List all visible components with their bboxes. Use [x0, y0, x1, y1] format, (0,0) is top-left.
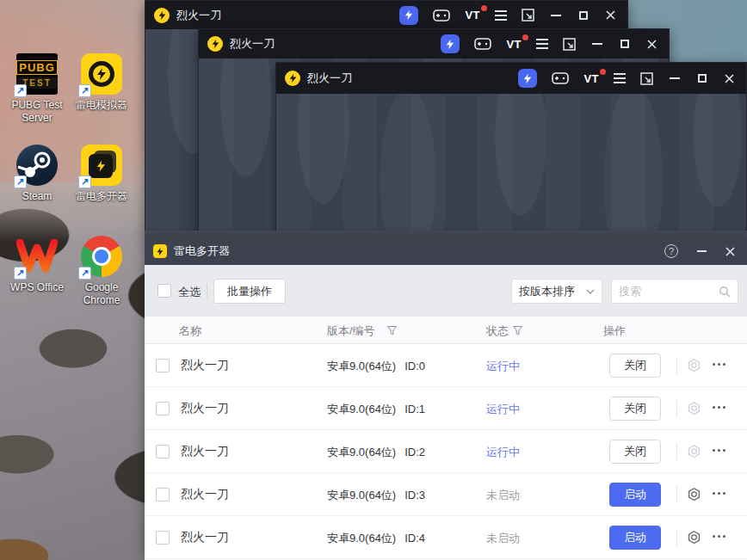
- row-checkbox[interactable]: [156, 488, 170, 502]
- desktop-icon-ldplayer[interactable]: ↗ 雷电模拟器: [69, 53, 134, 112]
- maximize-button[interactable]: [579, 11, 588, 20]
- desktop-icon-pubg-test-server[interactable]: PUBG TEST ↗ PUBG Test Server: [4, 53, 70, 125]
- instance-name: 烈火一刀: [181, 358, 229, 373]
- emulator-screen[interactable]: [276, 94, 746, 237]
- desktop-icon-google-chrome[interactable]: ↗ Google Chrome: [69, 236, 134, 307]
- minimize-button[interactable]: [592, 43, 602, 45]
- vt-badge[interactable]: VT: [583, 72, 599, 85]
- shortcut-arrow-icon: ↗: [14, 84, 27, 97]
- notification-dot: [481, 5, 487, 11]
- instance-row[interactable]: 烈火一刀 安卓9.0(64位)ID:0 运行中 关闭: [145, 344, 747, 387]
- row-checkbox[interactable]: [156, 359, 170, 372]
- more-icon[interactable]: [713, 363, 725, 366]
- more-icon[interactable]: [713, 449, 725, 452]
- vt-label: VT: [583, 72, 599, 85]
- ldplayer-logo-icon: [154, 8, 170, 23]
- boost-icon[interactable]: [518, 69, 537, 88]
- row-divider: [676, 357, 677, 374]
- instance-version: 安卓9.0(64位): [327, 403, 396, 415]
- search-input[interactable]: 搜索: [611, 279, 738, 304]
- instance-row[interactable]: 烈火一刀 安卓9.0(64位)ID:2 运行中 关闭: [145, 430, 747, 473]
- batch-operations-button[interactable]: 批量操作: [213, 279, 286, 304]
- row-checkbox[interactable]: [156, 445, 170, 458]
- row-checkbox[interactable]: [156, 402, 170, 415]
- sort-dropdown[interactable]: 按版本排序: [511, 279, 602, 304]
- notification-dot: [522, 34, 528, 40]
- table-header: 名称 版本/编号 状态 操作: [145, 317, 747, 344]
- gamepad-icon[interactable]: [474, 38, 491, 50]
- status-badge: 未启动: [486, 488, 520, 503]
- icon-label: Google Chrome: [69, 281, 134, 307]
- emulator-3-titlebar[interactable]: 烈火一刀 VT: [276, 63, 746, 94]
- filter-icon[interactable]: [513, 326, 522, 335]
- stop-button[interactable]: 关闭: [609, 440, 661, 464]
- vt-badge[interactable]: VT: [465, 9, 480, 22]
- instance-row[interactable]: 烈火一刀 安卓9.0(64位)ID:4 未启动 启动: [145, 516, 747, 559]
- menu-icon[interactable]: [536, 39, 548, 49]
- row-divider: [676, 443, 677, 460]
- boost-icon[interactable]: [441, 34, 460, 53]
- start-button[interactable]: 启动: [609, 483, 661, 507]
- close-button[interactable]: [647, 40, 657, 49]
- settings-gear-icon[interactable]: [687, 487, 701, 506]
- more-icon[interactable]: [713, 406, 725, 409]
- menu-icon[interactable]: [495, 10, 507, 21]
- row-checkbox[interactable]: [156, 531, 170, 545]
- shrink-window-icon[interactable]: [563, 38, 576, 51]
- emulator-bottom-strip: [145, 231, 747, 237]
- close-button[interactable]: [606, 10, 615, 20]
- vt-label: VT: [465, 9, 480, 22]
- maximize-button[interactable]: [620, 40, 629, 48]
- gamepad-icon[interactable]: [552, 72, 569, 84]
- maximize-button[interactable]: [698, 74, 707, 83]
- emulator-1-titlebar[interactable]: 烈火一刀 VT: [145, 1, 627, 29]
- settings-gear-icon[interactable]: [687, 358, 701, 377]
- manager-titlebar[interactable]: 雷电多开器 ?: [145, 237, 747, 265]
- stop-button[interactable]: 关闭: [609, 397, 661, 421]
- instance-row[interactable]: 烈火一刀 安卓9.0(64位)ID:1 运行中 关闭: [145, 387, 747, 430]
- shrink-window-icon[interactable]: [522, 9, 534, 22]
- stop-button[interactable]: 关闭: [609, 354, 661, 378]
- filter-icon[interactable]: [387, 326, 397, 335]
- boost-icon[interactable]: [399, 6, 418, 25]
- status-badge: 运行中: [486, 359, 520, 374]
- start-button[interactable]: 启动: [609, 526, 661, 550]
- help-icon[interactable]: ?: [664, 244, 678, 258]
- select-all-checkbox[interactable]: [157, 284, 171, 298]
- emulator-2-titlebar[interactable]: 烈火一刀 VT: [199, 29, 669, 58]
- settings-gear-icon[interactable]: [687, 530, 701, 549]
- more-icon[interactable]: [713, 492, 725, 495]
- instance-id: ID:0: [404, 360, 425, 372]
- more-icon[interactable]: [713, 535, 725, 538]
- header-actions: 操作: [603, 323, 626, 339]
- shortcut-arrow-icon: ↗: [14, 267, 27, 280]
- close-button[interactable]: [725, 247, 735, 256]
- minimize-button[interactable]: [551, 15, 561, 16]
- minimize-button[interactable]: [697, 250, 707, 252]
- desktop-icon-ld-multi[interactable]: ↗ 雷电多开器: [69, 145, 134, 203]
- desktop-icon-steam[interactable]: ↗ Steam: [4, 145, 70, 203]
- instance-version: 安卓9.0(64位): [327, 532, 396, 545]
- minimize-button[interactable]: [670, 77, 680, 79]
- shortcut-arrow-icon: ↗: [14, 175, 27, 188]
- menu-icon[interactable]: [614, 73, 626, 83]
- shortcut-arrow-icon: ↗: [78, 267, 91, 280]
- close-button[interactable]: [725, 74, 734, 83]
- ldplayer-logo-icon: [207, 36, 223, 52]
- shrink-window-icon[interactable]: [640, 72, 653, 85]
- vt-badge[interactable]: VT: [506, 38, 522, 51]
- instance-row[interactable]: 烈火一刀 安卓9.0(64位)ID:3 未启动 启动: [145, 473, 747, 516]
- instance-id: ID:4: [404, 532, 425, 545]
- settings-gear-icon[interactable]: [687, 444, 701, 463]
- instance-name: 烈火一刀: [181, 444, 229, 459]
- gamepad-icon[interactable]: [433, 9, 450, 22]
- shortcut-arrow-icon: ↗: [78, 175, 91, 188]
- status-badge: 运行中: [486, 402, 520, 417]
- instance-version: 安卓9.0(64位): [327, 446, 396, 458]
- multi-manager-window: 雷电多开器 ? 全选 批量操作 按版本排序 搜索: [145, 237, 747, 560]
- instance-name: 烈火一刀: [181, 401, 229, 416]
- desktop-icon-wps-office[interactable]: ↗ WPS Office: [4, 236, 70, 294]
- icon-label: 雷电模拟器: [69, 99, 134, 112]
- instance-id: ID:2: [404, 446, 425, 458]
- settings-gear-icon[interactable]: [687, 401, 701, 420]
